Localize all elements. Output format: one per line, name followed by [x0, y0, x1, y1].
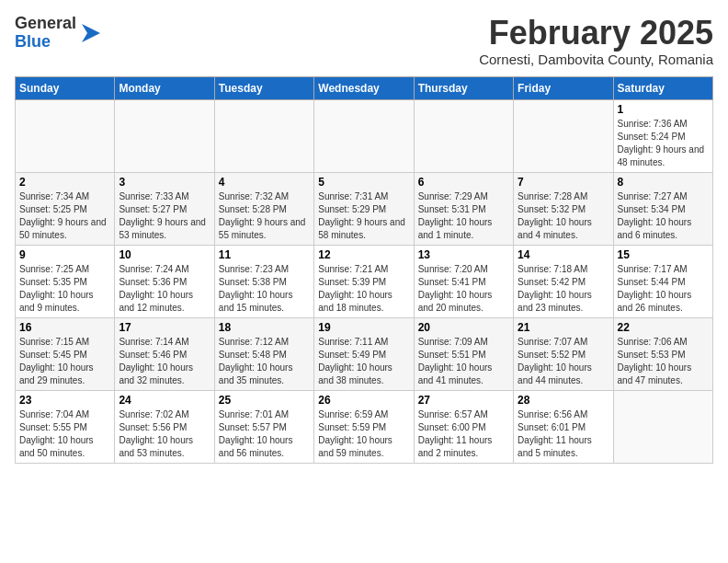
calendar-cell: [613, 390, 712, 463]
day-info: Sunrise: 7:31 AM Sunset: 5:29 PM Dayligh…: [318, 190, 409, 242]
calendar-cell: 18Sunrise: 7:12 AM Sunset: 5:48 PM Dayli…: [214, 317, 313, 390]
weekday-header-tuesday: Tuesday: [214, 76, 313, 99]
day-info: Sunrise: 7:34 AM Sunset: 5:25 PM Dayligh…: [19, 190, 110, 242]
calendar-cell: [414, 99, 513, 172]
day-number: 22: [618, 321, 709, 334]
day-number: 25: [219, 394, 310, 407]
calendar-table: SundayMondayTuesdayWednesdayThursdayFrid…: [15, 76, 713, 464]
day-number: 26: [318, 394, 409, 407]
logo: General Blue: [15, 15, 104, 52]
calendar-week-row: 23Sunrise: 7:04 AM Sunset: 5:55 PM Dayli…: [16, 390, 713, 463]
day-number: 21: [518, 321, 609, 334]
day-number: 15: [618, 248, 709, 261]
logo-general: General: [15, 15, 76, 33]
day-info: Sunrise: 7:07 AM Sunset: 5:52 PM Dayligh…: [518, 336, 609, 387]
day-info: Sunrise: 7:12 AM Sunset: 5:48 PM Dayligh…: [219, 336, 310, 387]
calendar-cell: 24Sunrise: 7:02 AM Sunset: 5:56 PM Dayli…: [115, 390, 214, 463]
calendar-cell: 12Sunrise: 7:21 AM Sunset: 5:39 PM Dayli…: [314, 245, 414, 317]
day-number: 4: [219, 176, 310, 189]
calendar-cell: [115, 99, 214, 172]
calendar-cell: 23Sunrise: 7:04 AM Sunset: 5:55 PM Dayli…: [16, 390, 115, 463]
calendar-cell: 16Sunrise: 7:15 AM Sunset: 5:45 PM Dayli…: [16, 317, 115, 390]
day-number: 12: [318, 248, 409, 261]
page-header: General Blue February 2025 Cornesti, Dam…: [15, 15, 713, 67]
day-info: Sunrise: 7:18 AM Sunset: 5:42 PM Dayligh…: [518, 263, 609, 315]
weekday-header-monday: Monday: [115, 76, 214, 99]
weekday-header-saturday: Saturday: [613, 76, 712, 99]
calendar-cell: 8Sunrise: 7:27 AM Sunset: 5:34 PM Daylig…: [613, 172, 712, 245]
day-number: 13: [418, 248, 509, 261]
calendar-cell: 2Sunrise: 7:34 AM Sunset: 5:25 PM Daylig…: [16, 172, 115, 245]
calendar-week-row: 16Sunrise: 7:15 AM Sunset: 5:45 PM Dayli…: [16, 317, 713, 390]
day-info: Sunrise: 7:20 AM Sunset: 5:41 PM Dayligh…: [418, 263, 509, 315]
calendar-week-row: 1Sunrise: 7:36 AM Sunset: 5:24 PM Daylig…: [16, 99, 713, 172]
day-info: Sunrise: 7:25 AM Sunset: 5:35 PM Dayligh…: [19, 263, 110, 315]
calendar-cell: 27Sunrise: 6:57 AM Sunset: 6:00 PM Dayli…: [414, 390, 513, 463]
calendar-cell: 7Sunrise: 7:28 AM Sunset: 5:32 PM Daylig…: [514, 172, 613, 245]
day-info: Sunrise: 7:04 AM Sunset: 5:55 PM Dayligh…: [19, 408, 110, 460]
day-info: Sunrise: 7:33 AM Sunset: 5:27 PM Dayligh…: [119, 190, 210, 242]
calendar-title: February 2025: [479, 15, 713, 52]
calendar-subtitle: Cornesti, Dambovita County, Romania: [479, 52, 713, 67]
calendar-cell: 17Sunrise: 7:14 AM Sunset: 5:46 PM Dayli…: [115, 317, 214, 390]
logo-icon: [78, 20, 104, 46]
day-info: Sunrise: 7:21 AM Sunset: 5:39 PM Dayligh…: [318, 263, 409, 315]
day-info: Sunrise: 7:06 AM Sunset: 5:53 PM Dayligh…: [618, 336, 709, 387]
day-number: 19: [318, 321, 409, 334]
calendar-cell: [514, 99, 613, 172]
day-info: Sunrise: 7:09 AM Sunset: 5:51 PM Dayligh…: [418, 336, 509, 387]
day-info: Sunrise: 7:11 AM Sunset: 5:49 PM Dayligh…: [318, 336, 409, 387]
day-info: Sunrise: 7:27 AM Sunset: 5:34 PM Dayligh…: [618, 190, 709, 242]
day-info: Sunrise: 7:14 AM Sunset: 5:46 PM Dayligh…: [119, 336, 210, 387]
calendar-cell: 25Sunrise: 7:01 AM Sunset: 5:57 PM Dayli…: [214, 390, 313, 463]
weekday-header-sunday: Sunday: [16, 76, 115, 99]
day-number: 24: [119, 394, 210, 407]
calendar-cell: [16, 99, 115, 172]
calendar-week-row: 2Sunrise: 7:34 AM Sunset: 5:25 PM Daylig…: [16, 172, 713, 245]
day-number: 3: [119, 176, 210, 189]
day-info: Sunrise: 7:17 AM Sunset: 5:44 PM Dayligh…: [618, 263, 709, 315]
calendar-cell: 22Sunrise: 7:06 AM Sunset: 5:53 PM Dayli…: [613, 317, 712, 390]
day-info: Sunrise: 7:01 AM Sunset: 5:57 PM Dayligh…: [219, 408, 310, 460]
day-info: Sunrise: 7:23 AM Sunset: 5:38 PM Dayligh…: [219, 263, 310, 315]
calendar-cell: 19Sunrise: 7:11 AM Sunset: 5:49 PM Dayli…: [314, 317, 414, 390]
calendar-cell: 4Sunrise: 7:32 AM Sunset: 5:28 PM Daylig…: [214, 172, 313, 245]
calendar-cell: 1Sunrise: 7:36 AM Sunset: 5:24 PM Daylig…: [613, 99, 712, 172]
weekday-header-thursday: Thursday: [414, 76, 513, 99]
calendar-cell: 28Sunrise: 6:56 AM Sunset: 6:01 PM Dayli…: [514, 390, 613, 463]
calendar-cell: 13Sunrise: 7:20 AM Sunset: 5:41 PM Dayli…: [414, 245, 513, 317]
day-info: Sunrise: 7:29 AM Sunset: 5:31 PM Dayligh…: [418, 190, 509, 242]
calendar-cell: 26Sunrise: 6:59 AM Sunset: 5:59 PM Dayli…: [314, 390, 414, 463]
day-info: Sunrise: 6:56 AM Sunset: 6:01 PM Dayligh…: [518, 408, 609, 460]
day-number: 10: [119, 248, 210, 261]
day-number: 17: [119, 321, 210, 334]
calendar-cell: 6Sunrise: 7:29 AM Sunset: 5:31 PM Daylig…: [414, 172, 513, 245]
calendar-cell: [314, 99, 414, 172]
day-number: 18: [219, 321, 310, 334]
day-number: 23: [19, 394, 110, 407]
calendar-cell: 14Sunrise: 7:18 AM Sunset: 5:42 PM Dayli…: [514, 245, 613, 317]
logo-blue: Blue: [15, 33, 76, 52]
day-info: Sunrise: 6:59 AM Sunset: 5:59 PM Dayligh…: [318, 408, 409, 460]
day-number: 1: [618, 103, 709, 116]
weekday-header-row: SundayMondayTuesdayWednesdayThursdayFrid…: [16, 76, 713, 99]
day-number: 28: [518, 394, 609, 407]
day-info: Sunrise: 6:57 AM Sunset: 6:00 PM Dayligh…: [418, 408, 509, 460]
title-area: February 2025 Cornesti, Dambovita County…: [479, 15, 713, 67]
calendar-cell: 3Sunrise: 7:33 AM Sunset: 5:27 PM Daylig…: [115, 172, 214, 245]
calendar-cell: 20Sunrise: 7:09 AM Sunset: 5:51 PM Dayli…: [414, 317, 513, 390]
calendar-cell: [214, 99, 313, 172]
calendar-cell: 10Sunrise: 7:24 AM Sunset: 5:36 PM Dayli…: [115, 245, 214, 317]
day-number: 7: [518, 176, 609, 189]
day-number: 11: [219, 248, 310, 261]
day-number: 6: [418, 176, 509, 189]
day-number: 9: [19, 248, 110, 261]
weekday-header-wednesday: Wednesday: [314, 76, 414, 99]
day-number: 20: [418, 321, 509, 334]
calendar-cell: 15Sunrise: 7:17 AM Sunset: 5:44 PM Dayli…: [613, 245, 712, 317]
day-info: Sunrise: 7:02 AM Sunset: 5:56 PM Dayligh…: [119, 408, 210, 460]
day-number: 2: [19, 176, 110, 189]
day-number: 5: [318, 176, 409, 189]
weekday-header-friday: Friday: [514, 76, 613, 99]
day-number: 14: [518, 248, 609, 261]
